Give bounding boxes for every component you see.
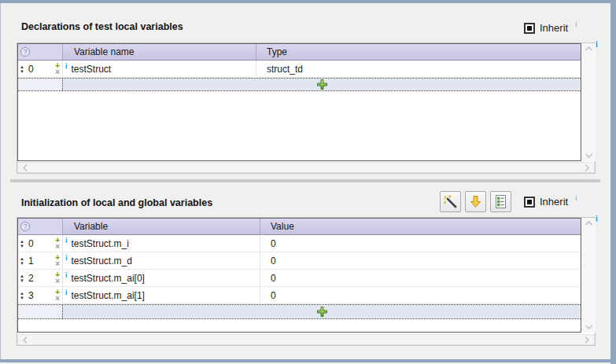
value-cell[interactable]: 0 — [260, 235, 581, 252]
initialization-section-title: Initialization of local and global varia… — [21, 197, 212, 208]
move-down-icon[interactable]: ▼ — [20, 278, 27, 283]
scroll-up-button[interactable] — [585, 46, 593, 52]
inherit-checkbox[interactable] — [524, 23, 535, 34]
scroll-right-button[interactable] — [584, 336, 590, 344]
value-cell[interactable]: 0 — [260, 287, 581, 303]
scroll-left-button[interactable] — [22, 164, 28, 172]
move-down-icon[interactable]: ▼ — [20, 296, 27, 300]
table-row: ▲ ▼ 0 + × i testStruct struct_td — [18, 61, 581, 78]
row-info-icon: i — [65, 271, 68, 279]
horizontal-scrollbar[interactable] — [17, 334, 595, 345]
column-header-label: Variable — [74, 221, 108, 232]
variable-cell[interactable]: i testStruct.m_ai[1] — [63, 287, 260, 303]
initialization-inherit-control[interactable]: Inherit i — [524, 196, 577, 208]
row-header: ▲▼ 0 +× — [18, 235, 63, 252]
variable-cell[interactable]: i testStruct.m_d — [63, 252, 260, 269]
row-index: 3 — [28, 290, 34, 301]
variable-value: testStruct.m_d — [72, 256, 132, 267]
checkbox-indeterminate-mark — [527, 26, 532, 31]
apply-down-button[interactable] — [465, 191, 486, 212]
chevron-up-icon — [585, 46, 593, 52]
scroll-down-button[interactable] — [585, 324, 593, 330]
row-info-icon: i — [65, 254, 68, 262]
row-header: ▲▼ 3 +× — [18, 287, 63, 303]
declarations-inherit-control[interactable]: Inherit i — [524, 22, 577, 34]
scroll-right-button[interactable] — [584, 164, 590, 172]
column-header-value: Value — [260, 219, 581, 234]
chevron-left-icon — [22, 336, 28, 344]
move-down-icon[interactable]: ▼ — [20, 261, 27, 266]
scroll-up-button[interactable] — [585, 220, 593, 226]
delete-row-icon[interactable]: × — [55, 261, 60, 267]
add-row-button[interactable] — [63, 79, 581, 90]
column-header-label: Value — [271, 221, 294, 232]
delete-row-icon[interactable]: × — [55, 244, 60, 250]
column-header-variable: Variable — [63, 219, 260, 234]
add-new-row-strip[interactable] — [18, 78, 581, 91]
column-header-label: Type — [267, 46, 287, 57]
scroll-left-button[interactable] — [22, 336, 28, 344]
row-reorder-arrows: ▲▼ — [20, 291, 27, 300]
variable-type-cell[interactable]: struct_td — [256, 61, 581, 77]
variables-editor-panel: Declarations of test local variables Inh… — [0, 0, 616, 364]
variable-type-value: struct_td — [267, 64, 303, 75]
horizontal-scrollbar[interactable] — [17, 162, 595, 173]
value-text: 0 — [271, 273, 276, 284]
section-splitter-handle[interactable] — [10, 179, 600, 182]
delete-row-icon[interactable]: × — [55, 69, 60, 75]
initialization-table: ? Variable Value ▲▼ 0 +× i testStruc — [17, 217, 596, 346]
inherit-info-icon: i — [575, 194, 577, 202]
variable-name-cell[interactable]: i testStruct — [63, 61, 256, 77]
variable-cell[interactable]: i testStruct.m_ai[0] — [63, 270, 260, 286]
move-down-icon[interactable]: ▼ — [20, 69, 27, 74]
row-index: 0 — [28, 238, 34, 249]
declarations-section-title: Declarations of test local variables — [21, 21, 183, 32]
grid-help-corner[interactable]: ? — [18, 219, 63, 234]
checkbox-indeterminate-mark — [527, 200, 532, 204]
value-text: 0 — [271, 256, 276, 267]
variable-value: testStruct.m_i — [72, 238, 129, 249]
row-info-icon: i — [65, 237, 68, 245]
grid-help-corner[interactable]: ? — [18, 44, 63, 60]
variable-cell[interactable]: i testStruct.m_i — [63, 235, 260, 252]
chevron-down-icon — [585, 153, 593, 159]
move-down-icon[interactable]: ▼ — [20, 244, 27, 248]
row-header: ▲▼ 1 +× — [18, 252, 63, 269]
row-reorder-arrows: ▲ ▼ — [20, 64, 27, 74]
vertical-scrollbar[interactable] — [582, 218, 596, 333]
wizard-button[interactable] — [440, 191, 461, 212]
add-row-button[interactable] — [63, 305, 581, 318]
value-cell[interactable]: 0 — [260, 252, 581, 269]
delete-row-icon[interactable]: × — [55, 278, 60, 285]
row-reorder-arrows: ▲▼ — [20, 256, 27, 266]
checklist-icon — [492, 193, 509, 210]
inherit-checkbox[interactable] — [524, 197, 535, 208]
vertical-scrollbar[interactable] — [582, 43, 596, 161]
declarations-table-info-icon: i — [596, 40, 598, 49]
row-index: 0 — [28, 64, 34, 75]
panel-border-top — [0, 0, 616, 3]
declarations-table: ? Variable name Type ▲ ▼ 0 + — [17, 42, 596, 174]
panel-border-bottom — [0, 359, 616, 362]
row-info-icon: i — [65, 62, 68, 70]
green-plus-icon — [316, 79, 328, 90]
declarations-grid: ? Variable name Type ▲ ▼ 0 + — [17, 43, 581, 161]
row-reorder-arrows: ▲▼ — [20, 274, 27, 283]
value-text: 0 — [271, 290, 276, 301]
row-info-icon: i — [65, 289, 68, 296]
green-plus-icon — [316, 306, 328, 318]
help-icon: ? — [20, 47, 30, 57]
chevron-up-icon — [585, 220, 593, 226]
row-index: 1 — [28, 256, 34, 267]
inherit-label: Inherit — [540, 196, 568, 208]
row-header: ▲ ▼ 0 + × — [18, 61, 63, 77]
scroll-down-button[interactable] — [585, 153, 593, 159]
initialization-header-row: ? Variable Value — [18, 219, 581, 235]
delete-row-icon[interactable]: × — [55, 296, 60, 302]
add-new-row-strip[interactable] — [18, 304, 581, 319]
value-cell[interactable]: 0 — [260, 270, 581, 286]
chevron-left-icon — [22, 164, 28, 172]
variables-list-button[interactable] — [490, 191, 511, 212]
row-header: ▲▼ 2 +× — [18, 270, 63, 286]
table-row: ▲▼ 3 +× i testStruct.m_ai[1] 0 — [18, 287, 581, 304]
